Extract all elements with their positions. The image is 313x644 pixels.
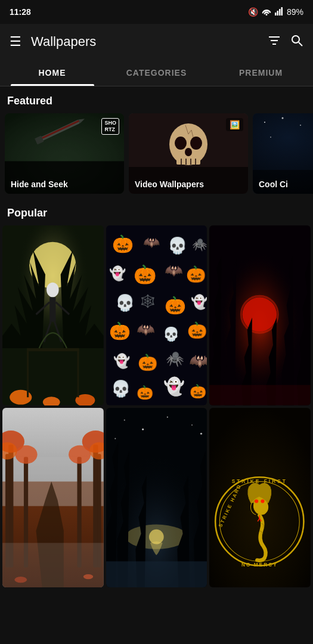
svg-rect-53 [77, 348, 79, 397]
svg-text:👻: 👻 [109, 265, 126, 281]
svg-text:👻: 👻 [113, 353, 131, 369]
card-label-hide-seek: Hide and Seek [11, 179, 68, 189]
svg-rect-3 [281, 7, 283, 16]
svg-point-82 [243, 297, 277, 332]
time-display: 11:28 [10, 7, 31, 17]
svg-rect-54 [27, 348, 79, 351]
grid-item-cobrakai[interactable]: STRIKE FIRST NO MERCY STRIKE HARD [209, 408, 311, 588]
svg-text:💀: 💀 [115, 293, 135, 312]
popular-grid: 🎃 🦇 💀 🕷️ 👻 🎃 🦇 🎃 💀 🕸️ 🎃 👻 🎃 🦇 💀 🎃 [0, 225, 313, 590]
svg-text:🕷️: 🕷️ [192, 237, 207, 252]
card-badge-shortz: SHORTZ [101, 118, 119, 135]
svg-text:🦇: 🦇 [137, 321, 155, 339]
top-bar: ☰ Wallpapers [0, 24, 313, 60]
svg-rect-44 [49, 297, 55, 321]
status-icons: 🔇 89% [248, 7, 303, 17]
svg-rect-1 [277, 11, 278, 16]
svg-rect-22 [176, 159, 200, 165]
popular-section: Popular [0, 199, 313, 590]
svg-text:STRIKE FIRST: STRIKE FIRST [232, 478, 287, 484]
status-bar: 11:28 🔇 89% [0, 0, 313, 24]
grid-item-autumn[interactable] [2, 408, 104, 588]
popular-title: Popular [0, 199, 313, 225]
svg-rect-113 [106, 561, 207, 587]
card-image-badge: 🖼️ [226, 118, 243, 131]
featured-section: Featured [0, 86, 313, 199]
svg-point-121 [261, 499, 265, 503]
svg-point-110 [200, 432, 202, 434]
top-actions [268, 34, 303, 50]
svg-text:NO MERCY: NO MERCY [241, 562, 278, 567]
svg-text:🎃: 🎃 [112, 234, 134, 255]
tab-premium[interactable]: PREMIUM [209, 60, 313, 86]
svg-point-105 [123, 419, 125, 420]
svg-text:🕸️: 🕸️ [140, 293, 155, 309]
card-label-video: Video Wallpapers [135, 179, 204, 189]
svg-point-43 [47, 283, 59, 298]
svg-rect-102 [2, 543, 104, 587]
tab-categories[interactable]: CATEGORIES [104, 60, 209, 86]
featured-scroll: SHORTZ Hide and Seek [0, 113, 313, 199]
svg-text:🦇: 🦇 [189, 351, 207, 371]
svg-point-31 [300, 125, 301, 126]
featured-card-hide-seek[interactable]: SHORTZ Hide and Seek [5, 113, 124, 194]
filter-icon[interactable] [268, 34, 281, 50]
svg-text:🦇: 🦇 [164, 262, 182, 280]
grid-item-darkforest[interactable] [106, 408, 207, 588]
app-title: Wallpapers [31, 34, 268, 49]
svg-text:🎃: 🎃 [138, 353, 158, 372]
svg-rect-2 [279, 9, 281, 16]
svg-rect-84 [209, 385, 311, 405]
svg-rect-52 [27, 348, 29, 397]
svg-text:🕷️: 🕷️ [165, 350, 184, 368]
svg-text:💀: 💀 [162, 326, 179, 342]
svg-point-34 [270, 137, 271, 138]
signal-icon [275, 7, 283, 17]
menu-icon[interactable]: ☰ [10, 34, 21, 49]
featured-card-cool[interactable]: Cool Ci [253, 113, 313, 194]
svg-text:💀: 💀 [111, 379, 131, 398]
svg-text:🎃: 🎃 [185, 265, 206, 284]
svg-text:👻: 👻 [163, 376, 184, 397]
card-label-cool: Cool Ci [259, 179, 288, 189]
svg-rect-0 [275, 13, 277, 16]
svg-point-95 [16, 445, 38, 463]
svg-point-20 [190, 137, 202, 150]
svg-text:💀: 💀 [168, 236, 188, 255]
mute-icon: 🔇 [248, 7, 258, 17]
svg-text:👻: 👻 [191, 294, 207, 310]
featured-title: Featured [0, 86, 313, 113]
nav-tabs: HOME CATEGORIES PREMIUM [0, 60, 313, 86]
svg-text:🎃: 🎃 [164, 295, 185, 316]
svg-text:🎃: 🎃 [190, 383, 207, 400]
svg-point-19 [175, 137, 187, 150]
featured-card-video[interactable]: 🖼️ Video Wallpapers [129, 113, 248, 194]
svg-point-107 [166, 416, 168, 417]
svg-point-7 [292, 36, 299, 43]
svg-text:🦇: 🦇 [142, 234, 160, 250]
svg-point-98 [69, 445, 91, 463]
svg-text:🎃: 🎃 [109, 321, 131, 342]
wifi-icon [262, 7, 271, 17]
grid-item-jack[interactable] [2, 225, 104, 405]
svg-line-8 [299, 42, 302, 46]
svg-point-108 [191, 424, 193, 425]
search-icon[interactable] [290, 34, 303, 50]
grid-item-redmoon[interactable] [209, 225, 311, 405]
svg-point-109 [114, 438, 116, 439]
svg-text:🎃: 🎃 [134, 264, 157, 286]
battery-display: 89% [287, 7, 303, 17]
svg-point-106 [142, 428, 144, 430]
svg-text:🎃: 🎃 [137, 385, 154, 401]
svg-point-30 [282, 117, 284, 119]
grid-item-halloween[interactable]: 🎃 🦇 💀 🕷️ 👻 🎃 🦇 🎃 💀 🕸️ 🎃 👻 🎃 🦇 💀 🎃 [106, 225, 207, 405]
svg-point-29 [264, 122, 265, 123]
svg-point-120 [255, 499, 258, 503]
tab-home[interactable]: HOME [0, 60, 104, 86]
svg-point-21 [185, 148, 192, 156]
svg-text:🎃: 🎃 [187, 321, 207, 340]
